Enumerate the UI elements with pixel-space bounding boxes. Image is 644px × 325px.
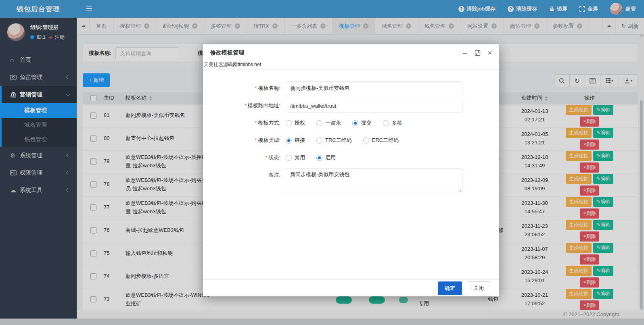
radio-icon [316, 120, 322, 126]
radio-icon [316, 155, 322, 161]
radio-icon [383, 120, 389, 126]
field-label-remark: 备注: [203, 168, 286, 182]
radio-option[interactable]: 启用 [316, 154, 336, 161]
modal-title: 修改模板管理 [210, 49, 244, 56]
remark-textarea[interactable]: 新同步模板-类似币安钱包 [286, 168, 462, 193]
radio-icon [286, 120, 292, 126]
radio-icon [363, 138, 369, 144]
field-label-type: *模板类型: [203, 133, 286, 147]
modal-titlebar: 修改模板管理 × [203, 44, 499, 61]
radio-icon [286, 155, 292, 161]
edit-template-modal: 修改模板管理 × 天美社区源码网timibbs.net *模板名称: *模板路由… [203, 44, 499, 296]
mode-radio-group: 授权一波杀提交多签 [286, 116, 463, 130]
field-label-name: *模板名称: [203, 81, 286, 95]
template-route-field[interactable] [286, 99, 462, 112]
radio-icon [316, 138, 322, 144]
modal-footer: 确定 关闭 [203, 279, 499, 296]
close-button[interactable]: 关闭 [467, 281, 490, 295]
minimize-icon[interactable] [462, 50, 468, 56]
maximize-icon[interactable] [475, 50, 481, 56]
radio-option[interactable]: 禁用 [286, 154, 305, 161]
radio-option[interactable]: 授权 [286, 119, 305, 127]
type-radio-group: 链接TRC二维码ERC二维码 [286, 133, 463, 147]
modal-form: *模板名称: *模板路由地址: *模板方式: 授权一波杀提交多签 *模板类型: … [203, 70, 499, 194]
radio-option[interactable]: 链接 [286, 137, 305, 144]
template-name-field[interactable] [286, 81, 462, 95]
status-radio-group: 禁用启用 [286, 151, 463, 165]
confirm-button[interactable]: 确定 [438, 281, 462, 295]
radio-icon [352, 120, 358, 126]
radio-option[interactable]: ERC二维码 [363, 137, 399, 144]
close-icon[interactable]: × [487, 49, 492, 56]
radio-option[interactable]: TRC二维码 [316, 137, 352, 144]
app-root: 钱包后台管理 ☰ ? 清除job缓存 ? 清除缓存 锁屏 全屏 [0, 0, 644, 325]
radio-icon [286, 138, 292, 144]
field-label-route: *模板路由地址: [203, 99, 286, 112]
radio-option[interactable]: 提交 [352, 119, 372, 127]
watermark-text: 天美社区源码网timibbs.net [203, 61, 499, 70]
field-label-mode: *模板方式: [203, 116, 286, 130]
radio-option[interactable]: 多签 [383, 119, 402, 127]
radio-option[interactable]: 一波杀 [316, 119, 341, 127]
field-label-status: *状态: [203, 151, 286, 165]
